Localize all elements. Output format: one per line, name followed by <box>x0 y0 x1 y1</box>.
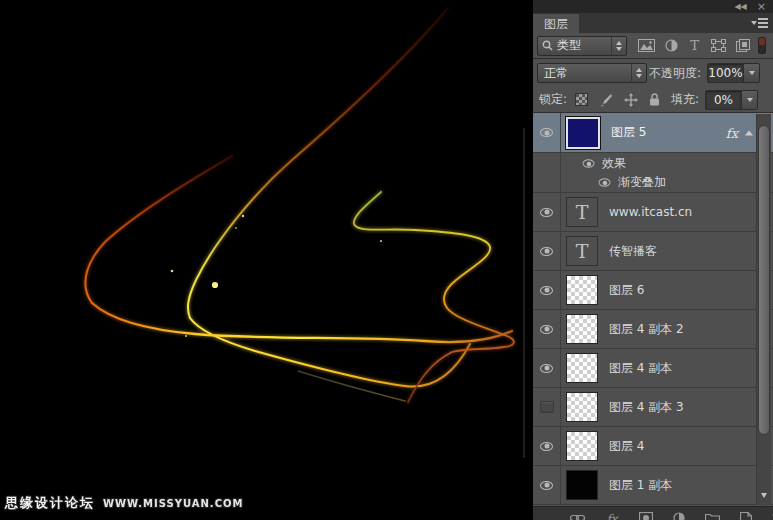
eye-icon <box>540 442 553 451</box>
fill-dropdown-button[interactable] <box>742 90 758 110</box>
tab-layers[interactable]: 图层 <box>533 14 579 34</box>
layer-name[interactable]: 图层 6 <box>609 282 644 299</box>
eye-icon[interactable] <box>599 178 611 186</box>
layer-name[interactable]: 图层 4 副本 2 <box>609 321 684 338</box>
visibility-toggle[interactable] <box>533 232 561 270</box>
panel-menu-icon[interactable] <box>751 17 768 29</box>
layer-thumbnail[interactable] <box>566 117 600 149</box>
lock-label: 锁定: <box>539 91 567 108</box>
layer-name[interactable]: 传智播客 <box>609 243 657 260</box>
layer-thumbnail[interactable] <box>566 275 598 305</box>
layer-row[interactable]: T www.itcast.cn <box>533 193 773 232</box>
add-layer-mask-icon[interactable] <box>639 512 653 520</box>
watermark-site-name: 思缘设计论坛 <box>5 494 95 512</box>
opacity-dropdown-button[interactable] <box>744 63 760 83</box>
layer-row[interactable]: 图层 4 副本 <box>533 349 773 388</box>
eye-icon <box>540 128 553 137</box>
layer-row[interactable]: 图层 4 副本 3 <box>533 388 773 427</box>
lock-all-icon[interactable] <box>649 93 660 106</box>
sub-row-gutter <box>533 153 561 173</box>
canvas-artwork <box>0 0 533 520</box>
eye-icon <box>540 208 553 217</box>
collapse-panel-icon[interactable]: ◀◀ <box>734 3 746 11</box>
lock-position-icon[interactable] <box>624 93 638 107</box>
panel-tab-bar: 图层 <box>533 13 773 33</box>
eye-icon <box>540 364 553 373</box>
visibility-toggle[interactable] <box>533 310 561 348</box>
layers-list: 图层 5 fx 效果 渐变叠加 T www.itcast.cn <box>533 113 773 506</box>
lock-pixels-icon[interactable] <box>599 93 613 107</box>
scrollbar-thumb[interactable] <box>758 125 770 435</box>
lock-row: 锁定: 填充: 0% <box>533 87 773 113</box>
filter-pixel-layers-icon[interactable] <box>638 39 655 52</box>
filter-adjustment-layers-icon[interactable] <box>665 39 678 52</box>
filter-smart-objects-icon[interactable] <box>736 39 750 52</box>
new-group-icon[interactable] <box>705 512 720 520</box>
visibility-toggle[interactable] <box>533 271 561 309</box>
search-icon <box>542 40 553 51</box>
dropdown-spinner-icon <box>611 37 626 55</box>
visibility-toggle[interactable] <box>533 113 561 152</box>
effect-item-row[interactable]: 渐变叠加 <box>533 173 773 193</box>
layer-thumbnail[interactable] <box>566 314 598 344</box>
blend-mode-dropdown[interactable]: 正常 <box>537 63 647 83</box>
layer-name[interactable]: www.itcast.cn <box>609 205 692 219</box>
layer-row[interactable]: 图层 5 fx <box>533 113 773 153</box>
collapse-effects-arrow-icon[interactable] <box>745 130 753 135</box>
layer-name[interactable]: 图层 4 副本 <box>609 360 672 377</box>
layer-row[interactable]: 图层 6 <box>533 271 773 310</box>
document-canvas[interactable]: 思缘设计论坛 WWW.MISSYUAN.COM <box>0 0 533 520</box>
opacity-value[interactable]: 100% <box>707 63 744 83</box>
layer-thumbnail[interactable] <box>566 353 598 383</box>
layer-row[interactable]: 图层 4 副本 2 <box>533 310 773 349</box>
close-panel-icon[interactable]: × <box>757 2 766 12</box>
visibility-toggle[interactable] <box>533 388 561 426</box>
filter-type-layers-icon[interactable]: T <box>688 39 701 52</box>
layer-thumbnail[interactable] <box>566 431 598 461</box>
layer-row[interactable]: 图层 1 副本 <box>533 466 773 505</box>
watermark-site-url: WWW.MISSYUAN.COM <box>103 498 243 509</box>
effects-label: 效果 <box>602 155 626 172</box>
blend-mode-row: 正常 不透明度: 100% <box>533 59 773 87</box>
filter-toggle-switch[interactable] <box>758 37 766 54</box>
layer-row[interactable]: 图层 4 <box>533 427 773 466</box>
new-adjustment-layer-icon[interactable] <box>673 512 685 520</box>
fill-value[interactable]: 0% <box>705 90 742 110</box>
layer-name[interactable]: 图层 5 <box>611 124 646 141</box>
blend-mode-label: 正常 <box>544 65 631 82</box>
svg-text:fx: fx <box>606 512 618 520</box>
bottom-toolbar: fx <box>533 506 773 520</box>
filter-kind-dropdown[interactable]: 类型 <box>537 36 627 56</box>
filter-type-icons: T <box>638 39 750 52</box>
eye-icon[interactable] <box>583 159 595 167</box>
visibility-toggle[interactable] <box>533 427 561 465</box>
new-layer-icon[interactable] <box>740 512 752 520</box>
link-layers-icon[interactable] <box>570 512 585 520</box>
filter-kind-label: 类型 <box>557 37 607 54</box>
add-layer-style-icon[interactable]: fx <box>605 512 619 520</box>
layer-thumbnail[interactable] <box>566 392 598 422</box>
watermark: 思缘设计论坛 WWW.MISSYUAN.COM <box>5 494 243 512</box>
effects-row[interactable]: 效果 <box>533 153 773 173</box>
layer-thumbnail[interactable] <box>566 470 598 500</box>
layers-scrollbar[interactable] <box>756 114 771 505</box>
visibility-toggle[interactable] <box>533 466 561 504</box>
layer-thumbnail[interactable]: T <box>566 197 598 227</box>
fx-badge[interactable]: fx <box>726 125 738 140</box>
layer-name[interactable]: 图层 4 副本 3 <box>609 399 684 416</box>
visibility-toggle[interactable] <box>533 349 561 387</box>
scroll-down-arrow-icon[interactable] <box>761 493 767 498</box>
layer-row[interactable]: T 传智播客 <box>533 232 773 271</box>
layer-name[interactable]: 图层 1 副本 <box>609 477 672 494</box>
lock-transparency-icon[interactable] <box>575 93 588 106</box>
visibility-toggle[interactable] <box>533 193 561 231</box>
photoshop-window: 思缘设计论坛 WWW.MISSYUAN.COM ◀◀ × 图层 类型 <box>0 0 773 520</box>
layer-thumbnail[interactable]: T <box>566 236 598 266</box>
eye-icon <box>540 325 553 334</box>
eye-icon <box>540 247 553 256</box>
panel-chrome-bar: ◀◀ × <box>533 0 773 13</box>
eye-hidden-icon <box>540 401 554 413</box>
eye-icon <box>540 481 553 490</box>
layer-name[interactable]: 图层 4 <box>609 438 644 455</box>
filter-shape-layers-icon[interactable] <box>711 39 726 52</box>
